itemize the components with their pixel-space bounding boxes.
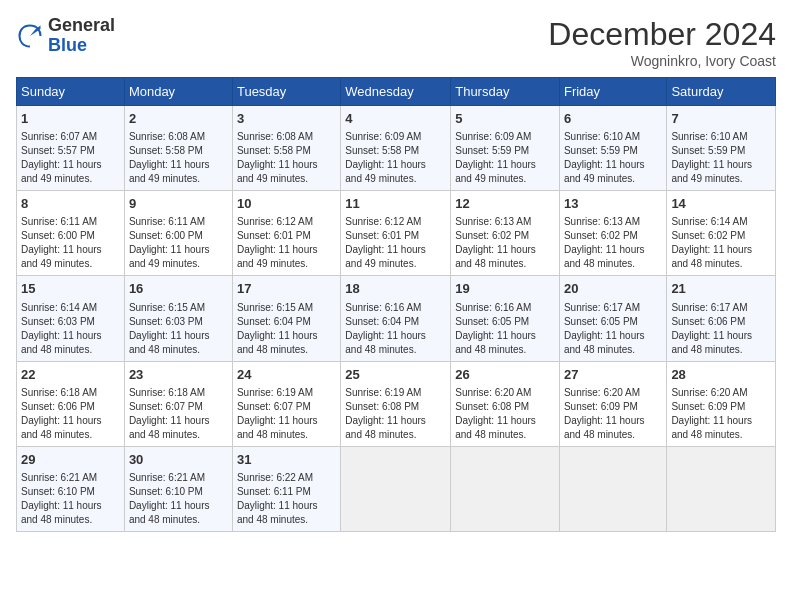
day-number: 5	[455, 110, 555, 128]
day-number: 13	[564, 195, 662, 213]
table-row: 5Sunrise: 6:09 AMSunset: 5:59 PMDaylight…	[451, 106, 560, 191]
table-row: 8Sunrise: 6:11 AMSunset: 6:00 PMDaylight…	[17, 191, 125, 276]
day-info: Sunrise: 6:21 AMSunset: 6:10 PMDaylight:…	[129, 471, 228, 527]
table-row: 4Sunrise: 6:09 AMSunset: 5:58 PMDaylight…	[341, 106, 451, 191]
day-info: Sunrise: 6:08 AMSunset: 5:58 PMDaylight:…	[237, 130, 336, 186]
table-row: 19Sunrise: 6:16 AMSunset: 6:05 PMDayligh…	[451, 276, 560, 361]
day-number: 25	[345, 366, 446, 384]
table-row: 31Sunrise: 6:22 AMSunset: 6:11 PMDayligh…	[232, 446, 340, 531]
col-monday: Monday	[124, 78, 232, 106]
day-number: 1	[21, 110, 120, 128]
table-row	[667, 446, 776, 531]
day-info: Sunrise: 6:09 AMSunset: 5:58 PMDaylight:…	[345, 130, 446, 186]
table-row: 6Sunrise: 6:10 AMSunset: 5:59 PMDaylight…	[559, 106, 666, 191]
day-number: 17	[237, 280, 336, 298]
day-info: Sunrise: 6:18 AMSunset: 6:07 PMDaylight:…	[129, 386, 228, 442]
col-tuesday: Tuesday	[232, 78, 340, 106]
table-row: 15Sunrise: 6:14 AMSunset: 6:03 PMDayligh…	[17, 276, 125, 361]
day-number: 12	[455, 195, 555, 213]
table-row: 9Sunrise: 6:11 AMSunset: 6:00 PMDaylight…	[124, 191, 232, 276]
day-number: 18	[345, 280, 446, 298]
table-row: 20Sunrise: 6:17 AMSunset: 6:05 PMDayligh…	[559, 276, 666, 361]
logo-blue: Blue	[48, 35, 87, 55]
day-info: Sunrise: 6:18 AMSunset: 6:06 PMDaylight:…	[21, 386, 120, 442]
day-info: Sunrise: 6:08 AMSunset: 5:58 PMDaylight:…	[129, 130, 228, 186]
day-info: Sunrise: 6:19 AMSunset: 6:07 PMDaylight:…	[237, 386, 336, 442]
day-info: Sunrise: 6:09 AMSunset: 5:59 PMDaylight:…	[455, 130, 555, 186]
calendar-week-row: 1Sunrise: 6:07 AMSunset: 5:57 PMDaylight…	[17, 106, 776, 191]
day-number: 11	[345, 195, 446, 213]
day-number: 27	[564, 366, 662, 384]
day-info: Sunrise: 6:17 AMSunset: 6:05 PMDaylight:…	[564, 301, 662, 357]
day-info: Sunrise: 6:16 AMSunset: 6:05 PMDaylight:…	[455, 301, 555, 357]
day-number: 3	[237, 110, 336, 128]
title-block: December 2024 Wogninkro, Ivory Coast	[548, 16, 776, 69]
table-row: 26Sunrise: 6:20 AMSunset: 6:08 PMDayligh…	[451, 361, 560, 446]
day-info: Sunrise: 6:20 AMSunset: 6:08 PMDaylight:…	[455, 386, 555, 442]
calendar-table: Sunday Monday Tuesday Wednesday Thursday…	[16, 77, 776, 532]
table-row	[341, 446, 451, 531]
table-row: 10Sunrise: 6:12 AMSunset: 6:01 PMDayligh…	[232, 191, 340, 276]
day-info: Sunrise: 6:17 AMSunset: 6:06 PMDaylight:…	[671, 301, 771, 357]
col-thursday: Thursday	[451, 78, 560, 106]
table-row: 18Sunrise: 6:16 AMSunset: 6:04 PMDayligh…	[341, 276, 451, 361]
day-info: Sunrise: 6:19 AMSunset: 6:08 PMDaylight:…	[345, 386, 446, 442]
table-row	[451, 446, 560, 531]
day-info: Sunrise: 6:10 AMSunset: 5:59 PMDaylight:…	[671, 130, 771, 186]
day-info: Sunrise: 6:11 AMSunset: 6:00 PMDaylight:…	[129, 215, 228, 271]
table-row: 7Sunrise: 6:10 AMSunset: 5:59 PMDaylight…	[667, 106, 776, 191]
day-number: 29	[21, 451, 120, 469]
logo-general: General	[48, 15, 115, 35]
table-row: 3Sunrise: 6:08 AMSunset: 5:58 PMDaylight…	[232, 106, 340, 191]
day-number: 26	[455, 366, 555, 384]
table-row: 12Sunrise: 6:13 AMSunset: 6:02 PMDayligh…	[451, 191, 560, 276]
day-info: Sunrise: 6:16 AMSunset: 6:04 PMDaylight:…	[345, 301, 446, 357]
table-row: 2Sunrise: 6:08 AMSunset: 5:58 PMDaylight…	[124, 106, 232, 191]
day-number: 10	[237, 195, 336, 213]
day-number: 16	[129, 280, 228, 298]
table-row	[559, 446, 666, 531]
day-info: Sunrise: 6:12 AMSunset: 6:01 PMDaylight:…	[237, 215, 336, 271]
day-info: Sunrise: 6:20 AMSunset: 6:09 PMDaylight:…	[671, 386, 771, 442]
logo-icon	[16, 22, 44, 50]
logo-text: General Blue	[48, 16, 115, 56]
day-info: Sunrise: 6:07 AMSunset: 5:57 PMDaylight:…	[21, 130, 120, 186]
table-row: 13Sunrise: 6:13 AMSunset: 6:02 PMDayligh…	[559, 191, 666, 276]
logo: General Blue	[16, 16, 115, 56]
month-title: December 2024	[548, 16, 776, 53]
day-info: Sunrise: 6:14 AMSunset: 6:03 PMDaylight:…	[21, 301, 120, 357]
day-info: Sunrise: 6:12 AMSunset: 6:01 PMDaylight:…	[345, 215, 446, 271]
location-subtitle: Wogninkro, Ivory Coast	[548, 53, 776, 69]
day-info: Sunrise: 6:15 AMSunset: 6:03 PMDaylight:…	[129, 301, 228, 357]
day-number: 20	[564, 280, 662, 298]
day-info: Sunrise: 6:13 AMSunset: 6:02 PMDaylight:…	[564, 215, 662, 271]
table-row: 29Sunrise: 6:21 AMSunset: 6:10 PMDayligh…	[17, 446, 125, 531]
day-info: Sunrise: 6:13 AMSunset: 6:02 PMDaylight:…	[455, 215, 555, 271]
day-info: Sunrise: 6:21 AMSunset: 6:10 PMDaylight:…	[21, 471, 120, 527]
calendar-week-row: 29Sunrise: 6:21 AMSunset: 6:10 PMDayligh…	[17, 446, 776, 531]
day-info: Sunrise: 6:20 AMSunset: 6:09 PMDaylight:…	[564, 386, 662, 442]
col-wednesday: Wednesday	[341, 78, 451, 106]
calendar-week-row: 22Sunrise: 6:18 AMSunset: 6:06 PMDayligh…	[17, 361, 776, 446]
day-number: 31	[237, 451, 336, 469]
table-row: 27Sunrise: 6:20 AMSunset: 6:09 PMDayligh…	[559, 361, 666, 446]
table-row: 24Sunrise: 6:19 AMSunset: 6:07 PMDayligh…	[232, 361, 340, 446]
day-number: 7	[671, 110, 771, 128]
day-number: 30	[129, 451, 228, 469]
col-saturday: Saturday	[667, 78, 776, 106]
day-number: 4	[345, 110, 446, 128]
table-row: 1Sunrise: 6:07 AMSunset: 5:57 PMDaylight…	[17, 106, 125, 191]
day-number: 28	[671, 366, 771, 384]
table-row: 14Sunrise: 6:14 AMSunset: 6:02 PMDayligh…	[667, 191, 776, 276]
calendar-header-row: Sunday Monday Tuesday Wednesday Thursday…	[17, 78, 776, 106]
table-row: 11Sunrise: 6:12 AMSunset: 6:01 PMDayligh…	[341, 191, 451, 276]
day-number: 19	[455, 280, 555, 298]
day-number: 14	[671, 195, 771, 213]
day-number: 9	[129, 195, 228, 213]
calendar-week-row: 15Sunrise: 6:14 AMSunset: 6:03 PMDayligh…	[17, 276, 776, 361]
day-info: Sunrise: 6:22 AMSunset: 6:11 PMDaylight:…	[237, 471, 336, 527]
day-info: Sunrise: 6:11 AMSunset: 6:00 PMDaylight:…	[21, 215, 120, 271]
table-row: 16Sunrise: 6:15 AMSunset: 6:03 PMDayligh…	[124, 276, 232, 361]
day-number: 2	[129, 110, 228, 128]
day-number: 21	[671, 280, 771, 298]
